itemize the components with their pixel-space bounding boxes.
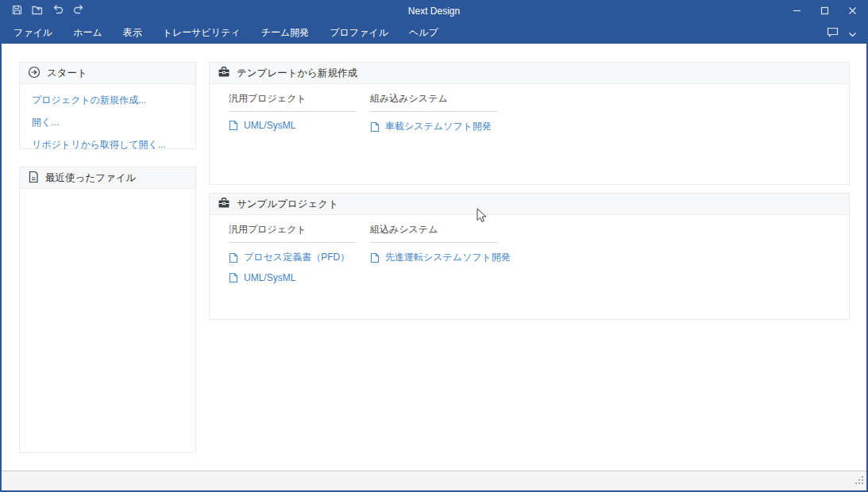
menu-home[interactable]: ホーム [63, 22, 113, 44]
menu-file[interactable]: ファイル [3, 22, 63, 44]
redo-icon [72, 4, 85, 18]
link-open[interactable]: 開く... [32, 116, 183, 129]
sample-item-label: UML/SysML [244, 272, 295, 283]
toolbox-icon [218, 197, 230, 211]
ribbon-collapse-chevron-icon[interactable] [848, 26, 857, 40]
open-button[interactable] [28, 2, 47, 21]
feedback-icon[interactable] [827, 26, 839, 40]
menu-profile[interactable]: プロファイル [319, 22, 399, 44]
start-panel-header: スタート [20, 63, 195, 84]
menubar-right-controls [827, 22, 866, 44]
link-new-project[interactable]: プロジェクトの新規作成... [32, 94, 183, 107]
save-button[interactable] [7, 2, 26, 21]
minimize-button[interactable] [783, 0, 811, 22]
maximize-button[interactable] [811, 0, 839, 22]
start-links: プロジェクトの新規作成... 開く... リポジトリから取得して開く... [20, 84, 195, 152]
title-bar: Next Design [2, 0, 866, 22]
sample-item-uml-sysml[interactable]: UML/SysML [229, 272, 356, 283]
start-page: スタート プロジェクトの新規作成... 開く... リポジトリから取得して開く.… [2, 44, 866, 471]
template-item-automotive[interactable]: 車載システムソフト開発 [370, 120, 497, 133]
undo-icon [52, 4, 64, 18]
project-doc-icon [370, 121, 380, 133]
sample-item-label: 先進運転システムソフト開発 [385, 251, 511, 264]
project-doc-icon [370, 252, 380, 263]
maximize-icon [820, 4, 829, 18]
sample-column-general: 汎用プロジェクト プロセス定義書（PFD） UML/SysML [229, 223, 356, 283]
project-doc-icon [229, 272, 238, 283]
start-icon [28, 66, 41, 81]
toolbox-icon [218, 66, 230, 80]
undo-button[interactable] [48, 2, 68, 21]
close-icon [848, 4, 857, 18]
sample-project-panel: サンプルプロジェクト 汎用プロジェクト プロセス定義書（PFD） UML/Sys… [209, 193, 850, 320]
start-panel: スタート プロジェクトの新規作成... 開く... リポジトリから取得して開く.… [19, 62, 196, 149]
recent-files-icon [28, 171, 39, 186]
sample-column-embedded-header: 組込みシステム [370, 223, 497, 243]
quick-access-toolbar [2, 2, 88, 21]
recent-files-title: 最近使ったファイル [45, 171, 136, 185]
redo-button[interactable] [69, 2, 88, 21]
template-column-general-header: 汎用プロジェクト [229, 92, 356, 112]
sample-project-title: サンプルプロジェクト [237, 198, 338, 211]
new-from-template-panel: テンプレートから新規作成 汎用プロジェクト UML/SysML 組み込みシステム… [209, 62, 850, 185]
template-column-embedded-header: 組み込みシステム [370, 92, 497, 112]
app-window: Next Design ファイル ホーム 表示 トレーサビリティ [0, 0, 868, 492]
menu-view[interactable]: 表示 [113, 22, 152, 44]
template-column-embedded: 組み込みシステム 車載システムソフト開発 [370, 92, 497, 133]
recent-files-header: 最近使ったファイル [20, 167, 195, 189]
open-folder-icon [31, 4, 44, 19]
menu-traceability[interactable]: トレーサビリティ [152, 22, 251, 44]
new-from-template-title: テンプレートから新規作成 [237, 67, 357, 80]
save-icon [11, 4, 23, 19]
template-item-label: UML/SysML [244, 120, 295, 131]
resize-grip-icon[interactable] [854, 474, 864, 488]
sample-project-header: サンプルプロジェクト [210, 194, 849, 215]
start-panel-title: スタート [47, 67, 87, 80]
menu-team-dev[interactable]: チーム開発 [251, 22, 320, 44]
close-button[interactable] [839, 0, 866, 22]
minimize-icon [793, 4, 801, 18]
sample-item-adas[interactable]: 先進運転システムソフト開発 [370, 251, 497, 264]
template-item-uml-sysml[interactable]: UML/SysML [229, 120, 356, 131]
window-title: Next Design [2, 0, 866, 22]
template-item-label: 車載システムソフト開発 [385, 120, 492, 133]
new-from-template-header: テンプレートから新規作成 [210, 63, 849, 84]
sample-item-pfd[interactable]: プロセス定義書（PFD） [229, 251, 356, 264]
window-controls [783, 0, 866, 22]
menu-help[interactable]: ヘルプ [399, 22, 449, 44]
link-open-from-repository[interactable]: リポジトリから取得して開く... [32, 138, 183, 152]
template-columns: 汎用プロジェクト UML/SysML 組み込みシステム 車載システムソフト開発 [210, 84, 849, 133]
sample-column-embedded: 組込みシステム 先進運転システムソフト開発 [370, 223, 497, 283]
project-doc-icon [229, 120, 238, 131]
recent-files-panel: 最近使ったファイル [19, 167, 196, 453]
menu-bar: ファイル ホーム 表示 トレーサビリティ チーム開発 プロファイル ヘルプ [2, 22, 866, 44]
template-column-general: 汎用プロジェクト UML/SysML [229, 92, 356, 133]
status-bar [2, 471, 866, 490]
sample-item-label: プロセス定義書（PFD） [244, 251, 349, 264]
sample-column-general-header: 汎用プロジェクト [229, 223, 356, 243]
project-doc-icon [229, 252, 238, 263]
sample-columns: 汎用プロジェクト プロセス定義書（PFD） UML/SysML 組込みシステム … [210, 215, 849, 283]
